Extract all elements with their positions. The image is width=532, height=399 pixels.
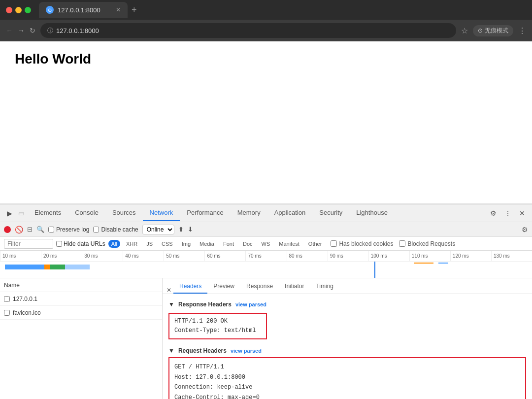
request-headers-view-parsed[interactable]: view parsed [231, 348, 262, 354]
filter-doc-button[interactable]: Doc [240, 240, 256, 248]
preserve-log-checkbox[interactable] [48, 227, 54, 233]
detail-tab-preview[interactable]: Preview [207, 280, 240, 294]
filter-img-button[interactable]: Img [179, 240, 194, 248]
timeline-bar-blue [5, 265, 44, 269]
request-header-line-0: GET / HTTP/1.1 [174, 362, 520, 372]
maximize-button[interactable] [25, 7, 31, 13]
address-text: 127.0.0.1:8000 [56, 27, 99, 34]
bookmark-icon[interactable]: ☆ [461, 26, 468, 35]
page-heading: Hello World [15, 51, 517, 67]
filter-media-button[interactable]: Media [197, 240, 217, 248]
privacy-label: 无痕模式 [485, 27, 508, 35]
lock-icon: ⓘ [47, 27, 53, 35]
back-button[interactable]: ← [6, 27, 13, 34]
preserve-log-label[interactable]: Preserve log [48, 226, 89, 233]
export-icon[interactable]: ⬇ [188, 226, 193, 233]
filter-input[interactable] [4, 239, 53, 249]
devtools-tab-bar: ▶ ▭ Elements Console Sources Network Per… [0, 204, 532, 222]
disable-cache-checkbox[interactable] [93, 227, 99, 233]
disable-cache-label[interactable]: Disable cache [93, 226, 138, 233]
timeline-graph [0, 262, 532, 278]
request-header-line-2: Connection: keep-alive [174, 382, 520, 392]
timeline-label-10ms: 10 ms [0, 251, 41, 261]
tab-application[interactable]: Application [267, 205, 313, 221]
address-input[interactable]: ⓘ 127.0.0.1:8000 [40, 23, 456, 38]
filter-js-button[interactable]: JS [143, 240, 156, 248]
tab-memory[interactable]: Memory [231, 205, 267, 221]
reload-button[interactable]: ↻ [30, 27, 35, 34]
clear-button[interactable]: 🚫 [15, 226, 23, 233]
tab-network[interactable]: Network [143, 205, 180, 221]
timeline-label-120ms: 120 ms [450, 251, 491, 261]
timeline-label-50ms: 50 ms [164, 251, 204, 261]
has-blocked-cookies-checkbox[interactable] [331, 240, 337, 247]
tab-console[interactable]: Console [68, 205, 105, 221]
filter-all-button[interactable]: All [108, 240, 120, 248]
hide-data-urls-label[interactable]: Hide data URLs [56, 240, 105, 247]
filter-toggle-button[interactable]: ⊟ [27, 226, 33, 233]
more-options-icon[interactable]: ⋮ [501, 207, 514, 219]
filter-xhr-button[interactable]: XHR [123, 240, 140, 248]
timeline-label-130ms: 130 ms [491, 251, 532, 261]
response-headers-view-parsed[interactable]: view parsed [235, 301, 266, 307]
filter-font-button[interactable]: Font [220, 240, 237, 248]
tab-sources[interactable]: Sources [105, 205, 143, 221]
detail-tab-response[interactable]: Response [240, 280, 279, 294]
tab-elements[interactable]: Elements [28, 205, 68, 221]
network-settings-icon[interactable]: ⚙ [522, 226, 528, 233]
timeline-bar-green [50, 265, 65, 269]
filter-ws-button[interactable]: WS [259, 240, 273, 248]
response-header-line-0: HTTP/1.1 200 OK [174, 317, 261, 326]
detail-tabs: ✕ Headers Preview Response Initiator Tim… [163, 278, 532, 294]
request-headers-section-header: ▼ Request Headers view parsed [168, 347, 526, 354]
forward-button[interactable]: → [18, 27, 25, 34]
tab-security[interactable]: Security [312, 205, 349, 221]
filter-css-button[interactable]: CSS [159, 240, 176, 248]
file-item-1[interactable]: favicon.ico [0, 306, 162, 320]
blocked-requests-checkbox[interactable] [399, 240, 405, 247]
timeline-bar-blue2 [65, 265, 90, 269]
timeline-label-100ms: 100 ms [368, 251, 409, 261]
detail-close-icon[interactable]: ✕ [166, 287, 171, 294]
timeline-bars [5, 265, 90, 269]
detail-tab-headers[interactable]: Headers [173, 280, 207, 294]
blocked-requests-label[interactable]: Blocked Requests [399, 240, 455, 247]
file-checkbox-0[interactable] [4, 296, 10, 302]
timeline-mark2 [438, 263, 448, 264]
network-throttle-select[interactable]: Online [142, 225, 174, 234]
import-icon[interactable]: ⬆ [178, 226, 184, 233]
filter-manifest-button[interactable]: Manifest [276, 240, 302, 248]
close-devtools-icon[interactable]: ✕ [516, 207, 528, 219]
tab-close-icon[interactable]: ✕ [116, 6, 121, 13]
active-tab[interactable]: ⊙ 127.0.0.1:8000 ✕ [39, 2, 128, 18]
tab-favicon: ⊙ [46, 6, 54, 14]
record-button[interactable] [4, 226, 11, 233]
minimize-button[interactable] [15, 7, 22, 13]
has-blocked-cookies-label[interactable]: Has blocked cookies [331, 240, 393, 247]
detail-tab-initiator[interactable]: Initiator [279, 280, 310, 294]
filter-other-button[interactable]: Other [305, 240, 325, 248]
request-header-line-1: Host: 127.0.0.1:8000 [174, 372, 520, 382]
file-list: Name 127.0.0.1 favicon.ico [0, 278, 163, 399]
device-toolbar-icon[interactable]: ▭ [15, 207, 28, 219]
request-headers-triangle: ▼ [168, 347, 174, 354]
inspect-element-icon[interactable]: ▶ [4, 207, 15, 219]
response-headers-triangle: ▼ [168, 301, 174, 308]
search-button[interactable]: 🔍 [36, 226, 44, 233]
tab-performance[interactable]: Performance [180, 205, 230, 221]
new-tab-button[interactable]: + [132, 5, 137, 15]
privacy-icon: ⊙ [478, 27, 483, 34]
file-item-0[interactable]: 127.0.0.1 [0, 292, 162, 306]
response-header-line-1: Content-Type: text/html [174, 326, 261, 335]
tab-lighthouse[interactable]: Lighthouse [349, 205, 395, 221]
file-checkbox-1[interactable] [4, 310, 10, 316]
settings-icon[interactable]: ⚙ [487, 207, 499, 219]
menu-button[interactable]: ⋮ [518, 26, 526, 35]
timeline-label-110ms: 110 ms [409, 251, 450, 261]
hide-data-urls-checkbox[interactable] [56, 241, 62, 247]
detail-tab-timing[interactable]: Timing [310, 280, 339, 294]
timeline-mark1 [414, 263, 433, 264]
response-headers-box: HTTP/1.1 200 OK Content-Type: text/html [168, 313, 267, 339]
close-button[interactable] [6, 7, 12, 13]
detail-content: ▼ Response Headers view parsed HTTP/1.1 … [163, 294, 532, 399]
